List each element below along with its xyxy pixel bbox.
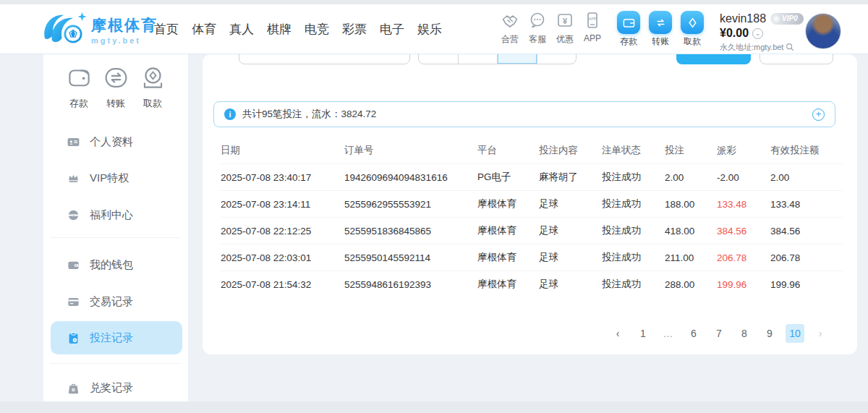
sidebar-item-welfare[interactable]: 福利中心 bbox=[51, 199, 182, 231]
app-download-button[interactable]: APP APP bbox=[580, 11, 605, 46]
balance-amount: ¥0.00 bbox=[720, 27, 749, 40]
pagination-page-1[interactable]: 1 bbox=[634, 324, 652, 343]
nav-item-esports[interactable]: 电竞 bbox=[305, 21, 329, 38]
deposit-button[interactable]: 存款 bbox=[616, 11, 641, 48]
nav-item-entertainment[interactable]: 娱乐 bbox=[417, 21, 442, 38]
balance-dropdown-icon[interactable]: ⌄ bbox=[752, 28, 763, 39]
cell-payout: 384.56 bbox=[717, 226, 770, 237]
cell-order-no: 5255950145592114 bbox=[344, 252, 477, 263]
col-platform: 平台 bbox=[477, 144, 539, 157]
cell-status: 投注成功 bbox=[602, 278, 665, 291]
pagination-prev[interactable]: ‹ bbox=[608, 324, 627, 343]
sidebar-withdraw-button[interactable]: 取款 bbox=[136, 64, 169, 110]
sidebar-deposit-button[interactable]: 存款 bbox=[62, 64, 95, 110]
sidebar-divider bbox=[51, 363, 181, 364]
welfare-coin-icon bbox=[67, 208, 80, 222]
date-range-input[interactable] bbox=[239, 54, 410, 64]
sidebar-item-label: 兑奖记录 bbox=[90, 381, 133, 395]
col-status: 注单状态 bbox=[602, 144, 665, 157]
nav-item-live[interactable]: 真人 bbox=[229, 21, 254, 38]
sidebar-item-label: 交易记录 bbox=[90, 295, 133, 309]
sidebar-item-label: 我的钱包 bbox=[90, 258, 133, 272]
cell-valid-amount: 2.00 bbox=[770, 172, 843, 183]
nav-item-cards[interactable]: 棋牌 bbox=[267, 21, 292, 38]
date-shortcut-group bbox=[418, 54, 576, 64]
handshake-icon bbox=[501, 20, 519, 32]
nav-item-sports[interactable]: 体育 bbox=[192, 21, 216, 38]
sidebar-item-vip[interactable]: VIP特权 bbox=[51, 162, 182, 194]
cell-bet-content: 足球 bbox=[539, 251, 602, 264]
expand-plus-icon[interactable]: + bbox=[812, 108, 825, 121]
brand-logo[interactable]: 摩根体育 mgty.bet bbox=[41, 9, 158, 50]
date-shortcut-3-selected[interactable] bbox=[497, 54, 537, 64]
pagination-page-10-active[interactable]: 10 bbox=[786, 324, 804, 343]
svg-text:¥: ¥ bbox=[563, 17, 568, 25]
bet-records-panel: i 共计95笔投注，流水：3824.72 + 日期 订单号 平台 投注内容 注单… bbox=[203, 54, 857, 354]
date-shortcut-4[interactable] bbox=[537, 54, 576, 64]
sidebar-item-label: 福利中心 bbox=[90, 208, 133, 222]
username: kevin188 bbox=[720, 12, 766, 25]
transfer-icon bbox=[649, 11, 672, 34]
cell-valid-amount: 206.78 bbox=[770, 252, 843, 263]
cell-order-no: 5255948616192393 bbox=[344, 279, 477, 290]
page-bottom-strip bbox=[0, 401, 868, 413]
bank-card-icon bbox=[67, 295, 80, 309]
cell-valid-amount: 133.48 bbox=[770, 199, 843, 210]
chat-icon bbox=[528, 20, 547, 32]
cell-platform: 摩根体育 bbox=[477, 278, 539, 291]
pagination-next[interactable]: › bbox=[811, 324, 830, 343]
cell-order-no: 1942609694094831616 bbox=[344, 172, 477, 183]
transfer-button[interactable]: 转账 bbox=[648, 11, 673, 48]
nav-item-lottery[interactable]: 彩票 bbox=[342, 21, 367, 38]
pagination-page-9[interactable]: 9 bbox=[760, 324, 779, 343]
promotions-button[interactable]: ¥ 优惠 bbox=[553, 11, 577, 46]
sidebar-item-label: 投注记录 bbox=[90, 331, 133, 345]
header-secondary-actions: 合营 客服 ¥ 优惠 APP APP bbox=[498, 11, 605, 46]
clipboard-icon bbox=[67, 331, 80, 345]
cell-platform: 摩根体育 bbox=[477, 197, 539, 210]
cell-status: 投注成功 bbox=[602, 171, 665, 184]
sidebar-item-wallet[interactable]: 我的钱包 bbox=[51, 249, 182, 281]
cell-date: 2025-07-08 22:03:01 bbox=[221, 252, 344, 263]
table-row: 2025-07-08 21:54:32 5255948616192393 摩根体… bbox=[221, 271, 843, 297]
withdraw-button[interactable]: 取款 bbox=[680, 11, 705, 48]
pagination-page-8[interactable]: 8 bbox=[735, 324, 754, 343]
sidebar-item-profile[interactable]: 个人资料 bbox=[51, 126, 182, 158]
vip-badge[interactable]: VIP0 bbox=[770, 13, 804, 25]
col-bet-content: 投注内容 bbox=[539, 144, 602, 157]
cell-platform: 摩根体育 bbox=[477, 251, 539, 264]
nav-item-slots[interactable]: 电子 bbox=[380, 21, 404, 38]
cell-bet-amount: 418.00 bbox=[665, 226, 717, 237]
cell-valid-amount: 199.96 bbox=[770, 279, 843, 290]
table-row: 2025-07-08 23:40:17 1942609694094831616 … bbox=[221, 163, 843, 190]
customer-service-button[interactable]: 客服 bbox=[525, 11, 550, 46]
partnership-button[interactable]: 合营 bbox=[498, 11, 522, 46]
user-avatar[interactable] bbox=[805, 13, 841, 49]
col-order-no: 订单号 bbox=[344, 144, 477, 157]
gift-bag-icon bbox=[67, 381, 80, 395]
brand-logo-icon bbox=[41, 9, 88, 50]
cell-bet-content: 足球 bbox=[539, 224, 602, 237]
pagination: ‹ 1 … 6 7 8 9 10 › bbox=[608, 324, 830, 343]
date-shortcut-2[interactable] bbox=[458, 54, 498, 64]
cell-valid-amount: 384.56 bbox=[770, 226, 843, 237]
sidebar-item-transactions[interactable]: 交易记录 bbox=[51, 286, 182, 318]
cell-payout: -2.00 bbox=[717, 172, 770, 183]
header-primary-actions: 存款 转账 取款 bbox=[616, 11, 705, 48]
nav-item-home[interactable]: 首页 bbox=[154, 21, 179, 38]
cell-order-no: 5255962955553921 bbox=[344, 199, 477, 210]
cell-bet-amount: 188.00 bbox=[665, 199, 717, 210]
pagination-page-6[interactable]: 6 bbox=[684, 324, 703, 343]
cell-date: 2025-07-08 23:40:17 bbox=[221, 172, 344, 183]
search-button[interactable] bbox=[676, 54, 751, 64]
withdraw-icon bbox=[140, 81, 166, 93]
pagination-ellipsis[interactable]: … bbox=[659, 324, 678, 343]
sidebar-transfer-button[interactable]: 转账 bbox=[99, 64, 132, 110]
col-date: 日期 bbox=[221, 144, 344, 157]
pagination-page-7[interactable]: 7 bbox=[710, 324, 728, 343]
reset-button[interactable] bbox=[760, 54, 833, 64]
date-shortcut-1[interactable] bbox=[419, 54, 458, 64]
magnifier-icon[interactable] bbox=[786, 43, 794, 53]
sidebar-item-prize-records[interactable]: 兑奖记录 bbox=[51, 372, 182, 404]
sidebar-item-bet-records[interactable]: 投注记录 bbox=[51, 321, 182, 354]
